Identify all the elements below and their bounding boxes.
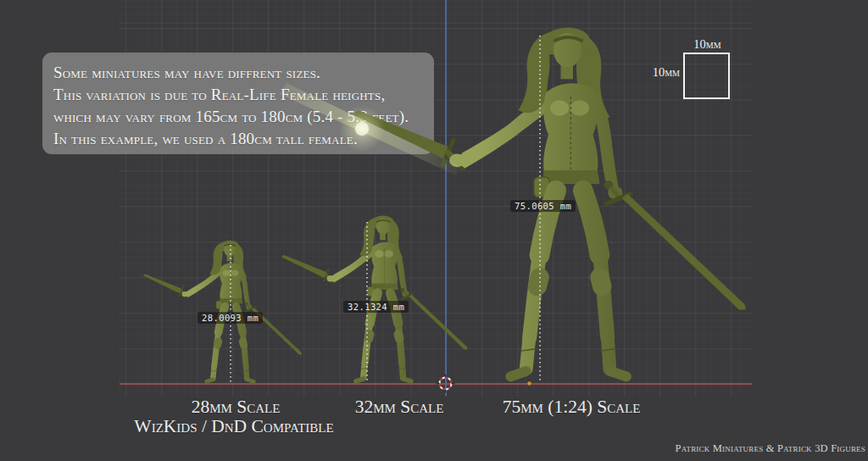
miniature-figure-32mm: [281, 215, 468, 380]
measure-endpoint-dot: [527, 381, 531, 385]
reference-square-top-label: 10mm: [683, 37, 732, 52]
scene-canvas: [0, 0, 868, 461]
reference-square-10mm: [683, 53, 730, 99]
scale-sublabel-wizkids: WizKids / DnD Compatible: [134, 417, 333, 436]
sword-glow-effect: [280, 83, 459, 175]
measurement-label-32mm: 32.1324 mm: [343, 301, 409, 313]
miniature-figure-28mm: [143, 241, 302, 382]
reference-square-left-label: 10mm: [637, 65, 680, 80]
3d-cursor[interactable]: [437, 375, 455, 393]
scale-label-75mm: 75mm (1:24) Scale: [503, 397, 641, 416]
measurement-label-28mm: 28.0093 mm: [198, 312, 263, 324]
measurement-label-75mm: 75.0605 mm: [510, 200, 576, 212]
scale-label-32mm: 32mm Scale: [355, 397, 444, 416]
blender-3d-viewport[interactable]: Some miniatures may have diffrent sizes.…: [0, 0, 868, 461]
watermark-text: Patrick Miniatures & Patrick 3D Figures: [676, 442, 865, 455]
scale-label-28mm: 28mm Scale: [192, 397, 281, 416]
